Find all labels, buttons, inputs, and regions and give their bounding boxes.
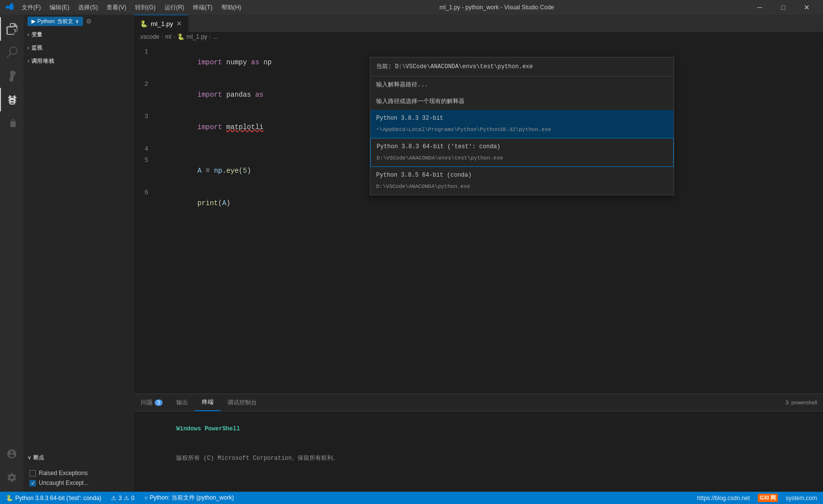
debug-console-tab-label: 调试控制台 [227,398,257,407]
breadcrumb-more[interactable]: ... [213,33,218,40]
terminal-content[interactable]: Windows PowerShell 版权所有 (C) Microsoft Co… [134,411,823,492]
interpreter-option-1-title: Python 3.8.3 32-bit [376,113,668,124]
interpreter-option-1[interactable]: Python 3.8.3 32-bit ~\AppData\Local\Prog… [370,110,674,138]
code-editor[interactable]: 1 import numpy as np 2 import pandas as … [134,42,823,394]
terminal-tab-label: 终端 [202,398,214,406]
terminal-line-1: Windows PowerShell [141,414,816,444]
breakpoints-list: Raised Exceptions ✓ Uncaught Except... [24,464,134,492]
breakpoints-section: ∨ 断点 Raised Exceptions ✓ Uncaught Except… [24,451,134,492]
line-number-1: 1 [134,47,156,57]
panel-tab-debug-console[interactable]: 调试控制台 [220,394,264,411]
breadcrumb-sep-1: › [161,33,163,40]
menu-terminal[interactable]: 终端(T) [189,2,216,13]
activity-debug-icon[interactable] [0,88,24,111]
breakpoint-raised: Raised Exceptions [27,468,130,478]
debug-env-label: Python: 当前文 [37,18,73,25]
breadcrumb-filename[interactable]: ml_1.py [187,33,207,40]
breakpoints-header[interactable]: ∨ 断点 [24,451,134,464]
debug-toolbar: ▶ Python: 当前文 ∨ ⚙ [24,15,134,28]
menu-help[interactable]: 帮助(H) [218,2,246,13]
activity-source-control-icon[interactable] [0,64,24,88]
callstack-section: › 调用堆栈 [24,54,134,68]
breadcrumb: .vscode › ml › 🐍 ml_1.py › ... [134,32,823,42]
vscode-logo-icon [5,2,14,13]
breadcrumb-sep-3: › [209,33,211,40]
interpreter-option-3-path: D:\VSCode\ANACONDA\python.exe [376,181,668,192]
activity-search-icon[interactable] [0,41,24,64]
menu-edit[interactable]: 编辑(E) [46,2,73,13]
python-file-icon: 🐍 [140,20,148,27]
terminal-line-3 [141,473,816,483]
variables-title: 变量 [31,31,43,38]
output-tab-label: 输出 [176,398,188,407]
tab-ml1py[interactable]: 🐍 ml_1.py ✕ [134,15,189,32]
select-existing-interpreter-link[interactable]: 输入路径或选择一个现有的解释器 [370,93,674,110]
tab-close-button[interactable]: ✕ [176,20,182,27]
debug-gear-icon[interactable]: ⚙ [86,18,92,25]
python-icon: 🐍 [6,495,13,502]
interpreter-option-3[interactable]: Python 3.8.5 64-bit (conda) D:\VSCode\AN… [370,167,674,195]
watch-title: 监视 [31,44,43,52]
problems-tab-label: 问题 [141,398,153,407]
menu-select[interactable]: 选择(S) [74,2,102,13]
error-warning-icon: ⚠ [111,495,116,502]
activity-explorer-icon[interactable] [0,17,24,41]
expand-arrow-icon: ∨ [27,455,31,460]
terminal-copyright-text: 版权所有 (C) Microsoft Corporation。保留所有权利。 [176,455,339,462]
window-title: ml_1.py - python_work - Visual Studio Co… [439,4,554,11]
status-blog-link[interactable]: https://blog.csdn.net [695,492,752,504]
line-number-6: 6 [134,187,156,198]
interpreter-option-2-title: Python 3.8.3 64-bit ('test': conda) [377,141,667,152]
interpreter-option-1-path: ~\AppData\Local\Programs\Python\Python38… [376,124,668,135]
interpreter-option-2[interactable]: Python 3.8.3 64-bit ('test': conda) D:\V… [370,138,674,167]
panel-tabs-list: 问题 3 输出 终端 调试控制台 [134,394,264,411]
status-errors[interactable]: ⚠ 3 ⚠ 0 [109,492,136,504]
menu-file[interactable]: 文件(F) [18,2,45,13]
minimize-button[interactable]: ─ [748,0,771,15]
tab-bar: 🐍 ml_1.py ✕ [134,15,823,32]
editor-area: 🐍 ml_1.py ✕ .vscode › ml › 🐍 ml_1.py › .… [134,15,823,492]
variables-header[interactable]: › 变量 [24,28,134,41]
menu-goto[interactable]: 转到(G) [131,2,159,13]
activity-settings-icon[interactable] [0,466,24,489]
line-number-4: 4 [134,144,156,155]
panel-tab-terminal[interactable]: 终端 [195,394,220,411]
raised-exceptions-checkbox[interactable] [29,470,36,477]
activity-extensions-icon[interactable] [0,111,24,135]
status-python-workspace[interactable]: ⑂ Python: 当前文件 (python_work) [142,492,236,504]
line-number-3: 3 [134,111,156,122]
panel-tab-output[interactable]: 输出 [169,394,195,411]
python-env-label: Python 3.8.3 64-bit ('test': conda) [15,495,101,502]
callstack-header[interactable]: › 调用堆栈 [24,54,134,68]
status-gxi[interactable]: GXI 网 [756,492,780,504]
breadcrumb-ml[interactable]: ml [165,33,171,40]
panel-tab-problems[interactable]: 问题 3 [134,394,169,411]
line-number-2: 2 [134,79,156,90]
interpreter-current-path: 当前: D:\VSCode\ANACONDA\envs\test\python.… [370,57,674,77]
terminal-selector[interactable]: 3: powershell [779,399,823,405]
interpreter-option-2-path: D:\VSCode\ANACONDA\envs\test\python.exe [377,153,667,163]
terminal-powershell-title: Windows PowerShell [176,425,240,432]
watch-section: › 监视 [24,41,134,54]
menu-run[interactable]: 运行(R) [161,2,189,13]
activity-account-icon[interactable] [0,442,24,466]
terminal-line-2: 版权所有 (C) Microsoft Corporation。保留所有权利。 [141,444,816,473]
watch-header[interactable]: › 监视 [24,41,134,54]
menu-bar: 文件(F) 编辑(E) 选择(S) 查看(V) 转到(G) 运行(R) 终端(T… [18,2,245,13]
close-button[interactable]: ✕ [796,0,818,15]
status-bar-right: https://blog.csdn.net GXI 网 system.com [695,492,819,504]
status-system[interactable]: system.com [784,492,819,504]
menu-view[interactable]: 查看(V) [103,2,130,13]
breadcrumb-vscode[interactable]: .vscode [139,33,159,40]
uncaught-exceptions-checkbox[interactable]: ✓ [29,480,36,486]
collapse-arrow-icon: › [27,45,29,51]
debug-play-button[interactable]: ▶ Python: 当前文 ∨ [27,17,83,26]
maximize-button[interactable]: □ [772,0,795,15]
gxi-logo: GXI 网 [758,494,778,502]
enter-interpreter-path-link[interactable]: 输入解释器路径... [370,77,674,93]
status-python-env[interactable]: 🐍 Python 3.8.3 64-bit ('test': conda) [4,492,103,504]
collapse-arrow-icon: › [27,32,29,37]
line-number-5: 5 [134,155,156,166]
uncaught-exceptions-label: Uncaught Except... [39,479,88,486]
breadcrumb-sep-2: › [173,33,175,40]
